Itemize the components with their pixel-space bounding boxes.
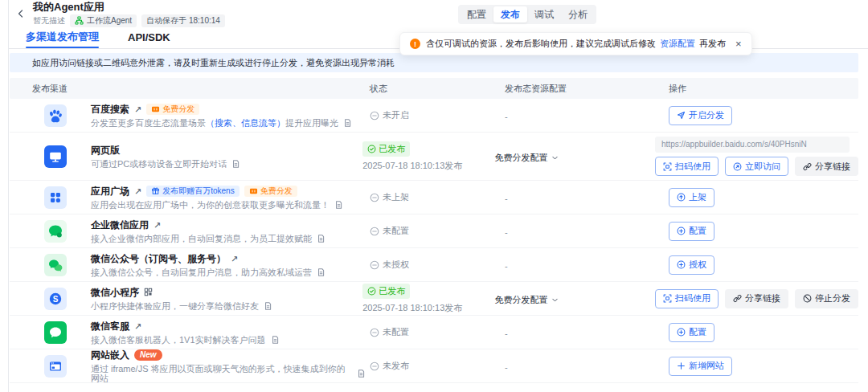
status-badge: 已发布	[362, 284, 410, 299]
minus-circle-icon	[370, 361, 379, 371]
config-cell: 免费分发配置	[494, 149, 651, 164]
app-url[interactable]: https://appbuilder.baidu.com/s/40PHsniN	[655, 137, 850, 153]
status-cell: 未配置	[366, 225, 505, 237]
doc-icon	[264, 301, 272, 311]
status-cell: 已发布 2025-07-18 18:10:13发布	[358, 141, 494, 172]
channel-desc: 小程序快捷体验应用，一键分享给微信好友	[91, 301, 272, 311]
config-cell: -	[505, 359, 665, 374]
setting-circle-icon	[677, 260, 686, 269]
send-icon	[677, 111, 686, 120]
page-title: 我的Agent应用	[33, 2, 225, 13]
col-channel: 发布渠道	[10, 83, 366, 95]
distribution-config-dropdown[interactable]: 免费分发配置	[494, 152, 559, 164]
share-link-icon	[803, 162, 812, 171]
back-button[interactable]	[14, 9, 28, 18]
config-cell: 免费分发配置	[494, 292, 651, 306]
desc-link[interactable]: （搜索、信息流等）	[206, 118, 285, 128]
col-status: 状态	[366, 83, 505, 95]
resource-config-link[interactable]: 资源配置	[660, 38, 695, 50]
nav-tab-config[interactable]: 配置	[460, 6, 493, 22]
doc-icon	[317, 267, 326, 277]
channel-name: 微信客服	[91, 321, 129, 332]
status-text: 未发布	[370, 360, 505, 372]
chevron-down-icon	[551, 296, 559, 304]
config-cell: -	[505, 325, 665, 340]
status-cell: 未开启	[366, 109, 505, 121]
channel-row: 网页版 可通过PC或移动设备立即开始对话 已发布 2025-07-18 18:1…	[10, 133, 858, 181]
actions-cell: 开启分发	[665, 106, 858, 125]
col-actions: 操作	[665, 83, 858, 95]
configure-button[interactable]: 配置	[669, 323, 714, 342]
channel-desc: 应用会出现在应用广场中，为你的创意获取更多曝光和流量！	[91, 200, 343, 210]
website-embed-icon	[44, 355, 67, 378]
status-text: 未开启	[370, 109, 505, 121]
authorize-button[interactable]: 授权	[669, 255, 714, 275]
config-empty: -	[505, 362, 508, 372]
channel-name: 应用广场	[91, 186, 129, 197]
status-text: 未配置	[370, 326, 505, 338]
channel-desc: 可通过PC或移动设备立即开始对话	[91, 159, 240, 169]
list-app-button[interactable]: 上架	[669, 188, 714, 207]
doc-icon	[317, 234, 326, 243]
ticket-icon	[151, 105, 160, 113]
distribution-config-dropdown[interactable]: 免费分发配置	[494, 294, 559, 306]
share-link-button[interactable]: 分享链接	[795, 157, 858, 176]
external-link-icon: ↗	[134, 321, 141, 332]
actions-cell: 上架	[665, 188, 858, 207]
nav-tab-analysis[interactable]: 分析	[561, 6, 595, 22]
table-header: 发布渠道 状态 发布态资源配置 操作	[10, 78, 858, 99]
channel-row: 微信公众号（订阅号、服务号）↗ 接入微信公众号，自动回复用户消息，助力高效私域运…	[10, 248, 858, 282]
free-distribution-badge: 免费分发	[146, 104, 199, 115]
doc-icon	[231, 159, 240, 169]
tab-multichannel-publish[interactable]: 多渠道发布管理	[26, 26, 99, 48]
actions-cell: 授权	[665, 255, 858, 275]
actions-cell: 扫码使用分享链接停止分发	[651, 289, 858, 308]
app-grid-icon	[44, 186, 67, 209]
nav-tab-publish[interactable]: 发布	[493, 6, 527, 22]
external-link-icon: ↗	[154, 219, 161, 231]
tab-api-sdk[interactable]: API/SDK	[128, 26, 170, 48]
config-empty: -	[505, 329, 508, 338]
status-text: 未上架	[370, 191, 505, 203]
config-empty: -	[505, 194, 508, 203]
config-cell: -	[505, 190, 665, 205]
col-config: 发布态资源配置	[505, 83, 665, 95]
channel-row: 微信客服↗ 接入微信客服机器人，1V1实时解决客户问题 未配置 - 配置	[10, 316, 858, 349]
wechat-oa-icon	[44, 254, 67, 276]
wecom-icon	[44, 220, 67, 243]
wechat-kefu-icon	[44, 321, 67, 344]
config-empty: -	[505, 227, 508, 237]
toast-text-after: 再发布	[699, 38, 726, 50]
channel-desc: 分发至更多百度生态流量场景（搜索、信息流等）提升应用曝光	[91, 118, 352, 128]
minus-circle-icon	[370, 260, 379, 270]
status-badge: 已发布	[362, 141, 410, 157]
check-circle-icon	[367, 287, 376, 296]
minus-circle-icon	[370, 227, 379, 236]
channel-row: S 微信小程序 小程序快捷体验应用，一键分享给微信好友 已发布 2025-07-…	[10, 282, 858, 316]
visit-icon	[733, 162, 742, 171]
warning-icon: !	[410, 39, 420, 49]
scan-qr-button[interactable]: 扫码使用	[655, 157, 719, 176]
free-distribution-badge: 免费分发	[244, 186, 297, 197]
scan-qr-button[interactable]: 扫码使用	[655, 289, 719, 308]
external-link-icon: ↗	[134, 186, 141, 197]
start-distribution-button[interactable]: 开启分发	[669, 106, 732, 125]
add-website-button[interactable]: 新增网站	[669, 357, 732, 376]
toast-close-icon[interactable]: ×	[735, 39, 742, 48]
security-notice: 如应用访问链接或二维码意外泄露，请及时重新生成或进行停止分发，避免资源出现异常消…	[10, 53, 858, 72]
channel-row: 百度搜索↗免费分发 分发至更多百度生态流量场景（搜索、信息流等）提升应用曝光 未…	[10, 99, 858, 133]
channel-name: 微信公众号（订阅号、服务号）	[91, 253, 226, 264]
app-publish-page: 我的Agent应用 暂无描述 工作流Agent 自动保存于 18:10:14 配…	[0, 0, 868, 392]
visit-now-button[interactable]: 立即访问	[725, 157, 788, 176]
publish-time: 2025-07-18 18:10:13发布	[362, 160, 494, 172]
toast-text: 含仅可调试的资源，发布后影响使用，建议完成调试后修改	[426, 38, 656, 50]
share-link-button[interactable]: 分享链接	[725, 289, 788, 308]
minus-circle-icon	[370, 111, 379, 120]
baidu-paw-icon	[44, 104, 67, 127]
configure-button[interactable]: 配置	[669, 222, 714, 241]
nav-tab-debug[interactable]: 调试	[527, 6, 561, 22]
doc-icon	[343, 118, 352, 128]
stop-distribution-button[interactable]: 停止分发	[795, 289, 858, 308]
chevron-down-icon	[551, 154, 559, 161]
gift-tokens-badge: 发布即赠百万tokens	[146, 186, 239, 197]
